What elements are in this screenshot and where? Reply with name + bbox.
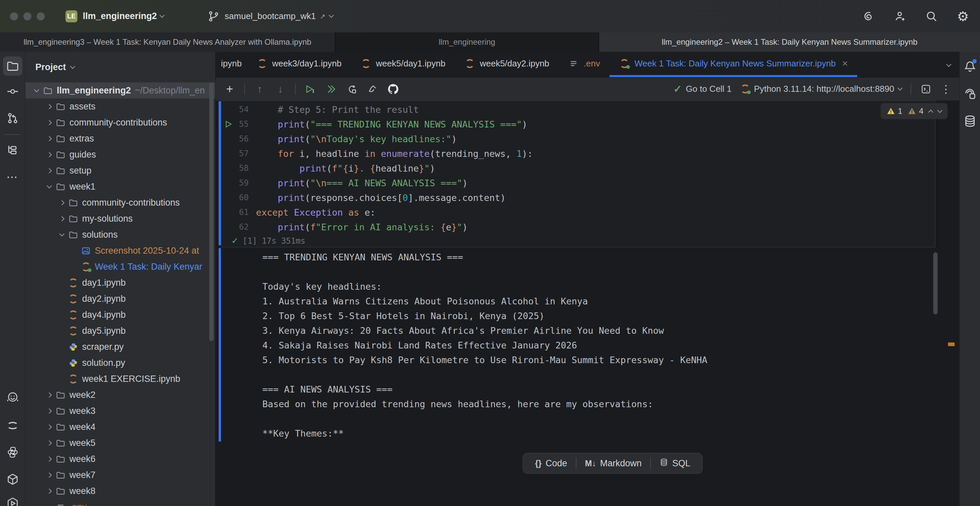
tree-row[interactable]: setup <box>25 162 215 178</box>
tree-row[interactable]: .env <box>25 499 215 506</box>
notifications-bell-icon[interactable] <box>963 59 977 74</box>
search-everywhere-icon[interactable] <box>924 10 939 23</box>
output-scrollbar[interactable] <box>933 252 938 314</box>
jupyter-console-icon[interactable] <box>920 83 932 95</box>
tree-row[interactable]: assets <box>25 99 215 115</box>
window-tab[interactable]: llm_engineering3 – Week 1 Task: Kenyan D… <box>0 32 336 52</box>
move-cell-up-icon[interactable]: ↑ <box>254 83 266 95</box>
project-tree-scrollbar[interactable] <box>209 83 214 341</box>
tree-chevron-icon[interactable] <box>56 233 67 237</box>
project-tool-icon[interactable] <box>3 56 22 76</box>
run-cell-gutter-icon[interactable] <box>224 120 233 129</box>
tree-chevron-icon[interactable] <box>43 169 55 173</box>
warning-count-strong[interactable]: 1 <box>886 107 902 116</box>
add-code-cell-button[interactable]: {} Code <box>527 453 576 473</box>
editor-tab[interactable]: week3/day1.ipynb <box>247 52 351 77</box>
editor-tab[interactable]: week5/day2.ipynb <box>455 52 558 77</box>
python-packages-icon[interactable] <box>5 472 21 487</box>
code-editor[interactable]: 54 # Step 5: Print the result55 print("=… <box>221 101 935 234</box>
tree-row[interactable]: llm_engineering2~/Desktop/llm_en <box>25 83 215 99</box>
run-hexagon-icon[interactable] <box>5 496 21 506</box>
run-all-cells-icon[interactable] <box>325 83 337 95</box>
tree-chevron-icon[interactable] <box>43 473 55 477</box>
radar-inspect-icon[interactable] <box>963 86 977 101</box>
tree-chevron-icon[interactable] <box>43 409 55 413</box>
ai-assistant-icon[interactable] <box>862 10 876 23</box>
code-with-me-icon[interactable] <box>893 10 907 23</box>
tree-row[interactable]: week1 EXERCISE.ipynb <box>25 371 215 387</box>
kernel-selector[interactable]: Python 3.11.14: http://localhost:8890 <box>740 84 902 94</box>
huggingface-icon[interactable] <box>5 390 21 405</box>
jupyter-tool-icon[interactable] <box>5 418 21 433</box>
tree-row[interactable]: week5 <box>25 435 215 451</box>
window-tab-active[interactable]: llm_engineering2 – Week 1 Task: Daily Ke… <box>599 32 980 52</box>
code-line[interactable]: 59 print("\n=== AI NEWS ANALYSIS ===") <box>221 175 935 190</box>
pull-requests-icon[interactable] <box>5 110 21 126</box>
tree-row[interactable]: week4 <box>25 419 215 435</box>
github-icon[interactable] <box>387 83 399 95</box>
tree-chevron-icon[interactable] <box>43 393 55 397</box>
tree-chevron-icon[interactable] <box>43 137 55 140</box>
hidden-tabs-chevron-icon[interactable] <box>947 62 951 68</box>
tree-chevron-icon[interactable] <box>43 153 55 156</box>
tree-row[interactable]: week1 <box>25 178 215 194</box>
close-window-icon[interactable] <box>10 12 18 21</box>
code-line[interactable]: 57 for i, headline in enumerate(trending… <box>221 146 935 161</box>
tree-row[interactable]: day1.ipynb <box>25 275 215 291</box>
tree-row[interactable]: Screenshot 2025-10-24 at <box>25 243 215 259</box>
tree-row[interactable]: day4.ipynb <box>25 307 215 323</box>
tree-row[interactable]: day5.ipynb <box>25 323 215 339</box>
code-line[interactable]: 55 print("=== TRENDING KENYAN NEWS ANALY… <box>221 117 935 132</box>
tree-chevron-icon[interactable] <box>43 457 55 461</box>
inspections-widget[interactable]: 1 4 <box>881 103 948 119</box>
minimize-window-icon[interactable] <box>23 12 31 21</box>
clear-outputs-icon[interactable] <box>366 83 379 95</box>
tree-chevron-icon[interactable] <box>43 105 55 108</box>
code-line[interactable]: 62 print(f"Error in AI analysis: {e}") <box>221 220 935 234</box>
tree-row[interactable]: community-contributions <box>25 115 215 130</box>
add-sql-cell-button[interactable]: SQL <box>651 453 699 473</box>
project-selector[interactable]: llm_engineering2 <box>83 11 157 21</box>
run-cell-select-next-icon[interactable] <box>304 83 317 95</box>
editor-tab[interactable]: .env <box>559 52 609 77</box>
warning-count-weak[interactable]: 4 <box>908 107 923 116</box>
tree-row[interactable]: week3 <box>25 403 215 419</box>
goto-cell-button[interactable]: ✓ Go to Cell 1 <box>673 83 731 95</box>
code-line[interactable]: 61except Exception as e: <box>221 205 935 220</box>
tree-chevron-icon[interactable] <box>43 441 55 445</box>
previous-problem-icon[interactable] <box>928 110 933 115</box>
tree-chevron-icon[interactable] <box>43 425 55 429</box>
vcs-branch-widget[interactable]: samuel_bootcamp_wk1 ↗ <box>207 10 333 23</box>
code-cell[interactable]: 54 # Step 5: Print the result55 print("=… <box>221 100 935 247</box>
project-avatar[interactable]: LE <box>65 10 78 22</box>
more-tools-icon[interactable]: ⋯ <box>5 169 21 185</box>
tree-row[interactable]: my-solutions <box>25 211 215 227</box>
code-line[interactable]: 56 print("\nToday's key headlines:") <box>221 132 935 146</box>
python-console-icon[interactable] <box>5 445 21 460</box>
window-tab[interactable]: llm_engineering <box>336 32 599 52</box>
commit-tool-icon[interactable] <box>5 84 21 99</box>
settings-gear-icon[interactable]: ⚙ <box>956 10 970 23</box>
maximize-window-icon[interactable] <box>37 12 45 21</box>
editor-tab-active[interactable]: Week 1 Task: Daily Kenyan News Summarize… <box>609 52 858 77</box>
tree-chevron-icon[interactable] <box>31 89 42 92</box>
tree-chevron-icon[interactable] <box>56 217 67 221</box>
close-tab-icon[interactable]: × <box>842 59 848 68</box>
tree-row[interactable]: scraper.py <box>25 339 215 355</box>
tree-row[interactable]: day2.ipynb <box>25 291 215 307</box>
editor-tab[interactable]: ipynb <box>216 52 247 77</box>
tree-row[interactable]: extras <box>25 130 215 146</box>
code-line[interactable]: 58 print(f"{i}. {headline}") <box>221 161 935 175</box>
code-line[interactable]: 60 print(response.choices[0].message.con… <box>221 190 935 205</box>
add-cell-icon[interactable]: + <box>224 83 235 95</box>
tree-row[interactable]: week7 <box>25 467 215 483</box>
window-controls[interactable] <box>10 12 45 21</box>
tree-row[interactable]: week6 <box>25 451 215 467</box>
tree-row[interactable]: week8 <box>25 483 215 499</box>
editor-tab[interactable]: week5/day1.ipynb <box>351 52 455 77</box>
add-markdown-cell-button[interactable]: M↓ Markdown <box>576 453 651 473</box>
tree-row[interactable]: solution.py <box>25 355 215 371</box>
structure-tool-icon[interactable] <box>5 143 21 158</box>
next-problem-icon[interactable] <box>937 107 942 113</box>
tree-row[interactable]: guides <box>25 146 215 162</box>
